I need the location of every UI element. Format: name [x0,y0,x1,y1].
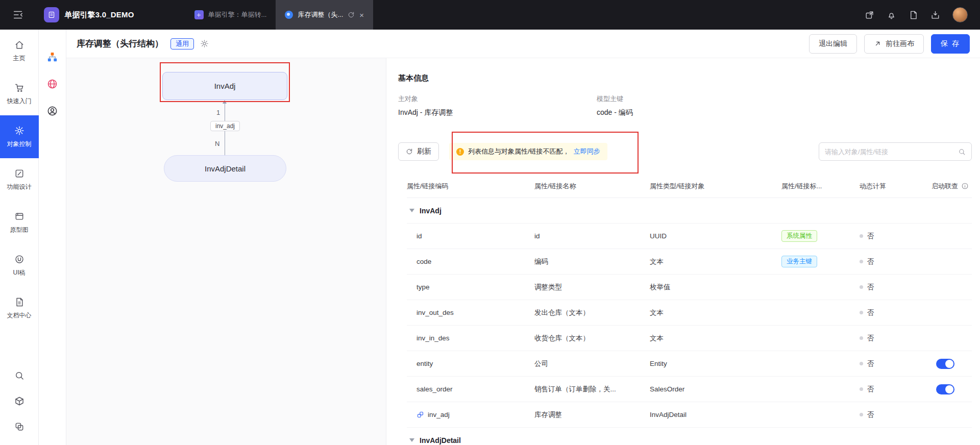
col-attr-type: 属性类型/链接对象 [650,182,781,191]
tab-inventory-adjust[interactable]: 库存调整（头... × [276,0,373,30]
sidebar-item-function-design[interactable]: 功能设计 [0,158,39,201]
home-icon [14,40,24,50]
person-icon[interactable] [46,105,58,117]
docs-icon [14,297,24,307]
dot-icon [860,311,863,314]
group-name: InvAdjDetail [420,436,461,444]
sidebar-item-prototype[interactable]: 原型图 [0,201,39,244]
attr-type: SalesOrder [650,385,781,393]
app-tab[interactable]: 单据引擎3.0_DEMO [44,7,134,22]
node-invadjdetail[interactable]: InvAdjDetail [164,155,286,182]
section-title-basic-info: 基本信息 [398,73,980,83]
go-to-canvas-button[interactable]: 前往画布 [864,34,924,54]
tab-refresh-icon[interactable] [348,11,355,18]
org-chart-icon[interactable] [46,51,58,63]
gear-icon [14,126,24,136]
table-group-invadjdetail[interactable]: InvAdjDetail [407,428,972,445]
field-label: 模型主键 [597,94,633,104]
linked-query-toggle-on[interactable] [936,384,954,394]
sidebar-item-object-control[interactable]: 对象控制 [0,115,39,158]
globe-icon[interactable] [46,78,58,90]
search-icon[interactable] [958,148,966,156]
attr-type: 文本 [650,257,781,266]
attribute-search-input[interactable] [825,148,954,156]
dot-icon [860,285,863,289]
attr-name: 发出仓库（文本） [534,308,650,317]
dot-icon [860,362,863,365]
dynamic-calc-cell: 否 [860,359,932,368]
inbox-download-icon[interactable] [930,10,940,20]
inventory-tab-icon [285,11,293,19]
collapse-triangle-icon[interactable] [409,438,414,442]
exit-edit-label: 退出编辑 [819,39,847,48]
group-name: InvAdj [420,207,442,215]
field-main-object: 主对象 InvAdj - 库存调整 [398,94,597,117]
header-actions: 退出编辑 前往画布 保 存 [809,34,970,54]
node-invadj[interactable]: InvAdj [162,72,287,100]
sidebar-item-ui-draft[interactable]: UI稿 [0,244,39,287]
primary-sidebar: 主页 快速入门 对象控制 功能设计 原型图 UI稿 文档中心 [0,30,39,445]
basic-info-fields: 主对象 InvAdj - 库存调整 模型主键 code - 编码 [398,94,980,117]
sidebar-item-doc-center[interactable]: 文档中心 [0,287,39,330]
page-title: 库存调整（头行结构） [77,38,163,50]
search-icon[interactable] [14,370,24,381]
attr-code: entity [407,360,534,367]
page-header: 库存调整（头行结构） 通用 退出编辑 前往画布 保 存 [66,30,980,58]
app-logo-icon [44,7,59,22]
table-row[interactable]: entity 公司 Entity 否 [407,351,972,377]
sidebar-item-label: 对象控制 [7,140,32,149]
attr-code: sales_order [407,385,534,393]
edge-cardinality-one: 1 [216,109,220,116]
info-icon[interactable] [961,182,969,190]
attr-code: code [407,258,534,265]
sidebar-bottom-icons [14,370,24,445]
table-row[interactable]: sales_order 销售订单（订单删除，关... SalesOrder 否 [407,377,972,402]
settings-gear-icon[interactable] [200,39,209,48]
dynamic-calc-cell: 否 [860,410,932,419]
dynamic-calc-cell: 否 [860,334,932,343]
edge-cardinality-n: N [215,140,219,147]
save-button[interactable]: 保 存 [931,34,970,54]
business-key-tag: 业务主键 [781,256,817,267]
relation-link-icon [416,411,424,418]
table-row[interactable]: type 调整类型 枚举值 否 [407,275,972,300]
table-row[interactable]: inv_out_des 发出仓库（文本） 文本 否 [407,300,972,326]
col-linked-query-label: 启动联查 [932,182,958,191]
sidebar-item-quickstart[interactable]: 快速入门 [0,72,39,115]
dot-icon [860,413,863,416]
tab-close-icon[interactable]: × [359,11,364,19]
edge-label[interactable]: inv_adj [210,121,240,131]
table-row[interactable]: inv_in_des 收货仓库（文本） 文本 否 [407,326,972,351]
dynamic-calc-cell: 否 [860,283,932,292]
app-name: 单据引擎3.0_DEMO [64,10,134,20]
model-diagram-canvas[interactable]: InvAdj 1 inv_adj N InvAdjDetail [66,58,386,445]
user-avatar[interactable] [952,7,968,22]
sync-warning-alert: ! 列表信息与对象属性/链接不匹配， 立即同步 [449,143,607,160]
bell-icon[interactable] [887,10,896,20]
knot-icon[interactable] [14,422,24,432]
package-icon[interactable] [14,396,24,406]
attr-code: id [407,232,534,240]
sync-now-link[interactable]: 立即同步 [574,147,600,156]
attribute-search-box[interactable] [819,142,972,161]
warning-text: 列表信息与对象属性/链接不匹配， [468,147,570,156]
table-row[interactable]: inv_adj 库存调整 InvAdjDetail 否 [407,402,972,428]
dynamic-calc-cell: 否 [860,257,932,266]
refresh-button[interactable]: 刷新 [398,142,439,161]
refresh-icon [406,148,413,155]
exit-edit-button[interactable]: 退出编辑 [809,34,857,54]
document-icon[interactable] [909,10,918,20]
sidebar-collapse-icon[interactable] [12,9,23,20]
sidebar-item-label: 原型图 [10,226,29,234]
table-row[interactable]: id id UUID 系统属性 否 [407,224,972,249]
col-dynamic-calc: 动态计算 [860,182,932,191]
cart-icon [14,83,24,93]
table-group-invadj[interactable]: InvAdj [407,198,972,224]
table-row[interactable]: code 编码 文本 业务主键 否 [407,249,972,275]
tab-doc-engine[interactable]: 单据引擎：单据转... [185,0,276,30]
collapse-triangle-icon[interactable] [409,209,414,212]
sidebar-item-home[interactable]: 主页 [0,30,39,72]
open-new-window-icon[interactable] [865,10,874,20]
refresh-label: 刷新 [417,147,431,156]
linked-query-toggle-on[interactable] [936,359,954,369]
